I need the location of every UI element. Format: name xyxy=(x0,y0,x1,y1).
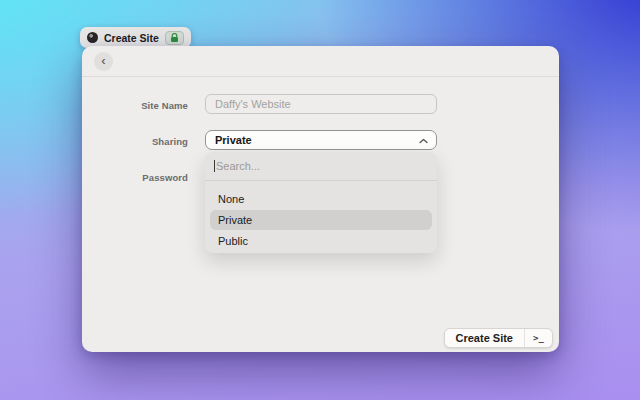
sharing-dropdown-panel: None Private Public xyxy=(205,152,437,253)
back-button[interactable]: ‹ xyxy=(94,52,113,71)
dropdown-options-list: None Private Public xyxy=(205,181,437,257)
dropdown-option-private[interactable]: Private xyxy=(210,210,432,230)
lock-icon xyxy=(170,33,179,43)
chevron-up-icon xyxy=(419,138,428,144)
text-cursor xyxy=(214,160,215,172)
site-name-label: Site Name xyxy=(82,100,188,111)
terminal-button[interactable]: >_ xyxy=(525,329,552,347)
create-site-tab[interactable]: Create Site xyxy=(80,27,191,48)
create-site-button[interactable]: Create Site xyxy=(445,329,524,347)
sharing-select-value: Private xyxy=(215,134,252,146)
dropdown-search-row xyxy=(205,152,437,181)
back-chevron-icon: ‹ xyxy=(101,54,105,67)
password-label: Password xyxy=(82,172,188,183)
site-favicon-icon xyxy=(87,32,98,43)
lock-badge[interactable] xyxy=(165,31,184,45)
dropdown-search-input[interactable] xyxy=(216,160,428,172)
window-header: ‹ xyxy=(82,46,559,77)
site-name-input[interactable] xyxy=(205,94,437,114)
create-site-window: ‹ Site Name Sharing Private Password Non… xyxy=(82,46,559,352)
terminal-icon: >_ xyxy=(533,333,544,343)
dropdown-option-public[interactable]: Public xyxy=(210,231,432,251)
sharing-select[interactable]: Private xyxy=(205,130,437,150)
create-site-split-button: Create Site >_ xyxy=(444,328,553,348)
dropdown-option-none[interactable]: None xyxy=(210,189,432,209)
desktop-background: Create Site ‹ Site Name Sharing Private … xyxy=(0,0,640,400)
sharing-label: Sharing xyxy=(82,136,188,147)
tab-title: Create Site xyxy=(104,32,159,44)
